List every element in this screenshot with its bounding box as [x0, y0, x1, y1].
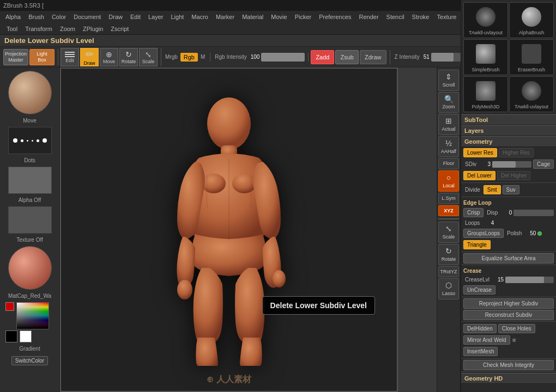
titlebar-title: ZBrush 3.5R3 [ — [3, 2, 44, 9]
menu-alpha[interactable]: Alpha — [2, 13, 24, 21]
menu-render[interactable]: Render — [356, 13, 382, 21]
zoom-button[interactable]: 🔍 Zoom — [438, 92, 459, 113]
lsym-button[interactable]: L.Sym — [438, 193, 459, 204]
menu-edit[interactable]: Edit — [127, 13, 144, 21]
menu-document[interactable]: Document — [70, 13, 104, 21]
check-mesh-integrity-button[interactable]: Check Mesh Integrity — [463, 360, 554, 370]
switch-color-button[interactable]: SwitchColor — [11, 356, 48, 365]
local-button[interactable]: ○ Local — [438, 170, 459, 192]
actual-button[interactable]: ⊞ Actual — [438, 114, 459, 135]
dot1 — [13, 138, 17, 143]
canvas-area[interactable]: Delete Lower Subdiv Level ⊕ 人人素材 — [60, 68, 398, 392]
brush-preview[interactable] — [8, 71, 52, 114]
geometry-section[interactable]: Geometry — [461, 136, 556, 147]
menu-material[interactable]: Material — [239, 13, 267, 21]
higher-res-button[interactable]: Higher Res — [499, 148, 534, 157]
cage-button[interactable]: Cage — [533, 160, 554, 169]
rgb-button[interactable]: Rgb — [180, 53, 198, 62]
menu-light2[interactable]: Light — [168, 13, 188, 21]
move-label: Move — [23, 118, 36, 124]
hue-gradient[interactable] — [16, 302, 49, 329]
triangle-row: Triangle — [461, 239, 556, 250]
uncrease-button[interactable]: UnCrease — [463, 285, 495, 295]
menu-brush[interactable]: Brush — [25, 13, 47, 21]
subtool-section[interactable]: SubTool — [461, 114, 556, 125]
menu-draw[interactable]: Draw — [105, 13, 126, 21]
rotate-button[interactable]: ↻ Rotate — [119, 48, 138, 66]
divider5 — [461, 297, 556, 297]
brush-tawkll-1[interactable]: TAwkll-uvlayout — [463, 2, 508, 38]
rgb-intensity-slider[interactable] — [261, 53, 305, 62]
del-hidden-button[interactable]: DelHidden — [463, 324, 497, 333]
gradient-label: Gradient — [19, 346, 40, 352]
close-holes-button[interactable]: Close Holes — [498, 324, 535, 333]
floor-button[interactable]: Floor — [438, 158, 459, 169]
sdiv-slider[interactable] — [492, 161, 531, 168]
menu-zoom[interactable]: Zoom — [57, 24, 78, 33]
brush-eraser[interactable]: EraserBrush — [509, 39, 554, 75]
mirror-and-weld-button[interactable]: Mirror And Weld — [463, 335, 510, 345]
crisp-button[interactable]: Crisp — [463, 208, 484, 217]
menu-movie[interactable]: Movie — [268, 13, 290, 21]
del-lower-button[interactable]: Del Lower — [463, 171, 495, 180]
crease-lvl-slider[interactable] — [505, 277, 554, 283]
menu-texture[interactable]: Texture — [433, 13, 460, 21]
del-higher-button[interactable]: Del Higher — [497, 171, 530, 180]
menu-zscript[interactable]: Zscript — [107, 24, 132, 33]
brush-tawkll-2[interactable]: TAwkll-uvlayout — [509, 76, 554, 112]
alpha-preview[interactable] — [8, 167, 52, 194]
menu-preferences[interactable]: Preferences — [316, 13, 354, 21]
geometry-hd-section[interactable]: Geometry HD — [461, 373, 556, 384]
scale-v-button[interactable]: ⤡ Scale — [438, 222, 459, 243]
menu-picker[interactable]: Picker — [292, 13, 315, 21]
menu-transform[interactable]: Transform — [22, 24, 56, 33]
reconstruct-subdiv-button[interactable]: Reconstruct Subdiv — [463, 310, 554, 320]
triangle-button[interactable]: Triangle — [463, 240, 491, 249]
draw-button[interactable]: ✏ Draw — [80, 48, 99, 66]
black-swatch[interactable] — [5, 330, 17, 342]
zdraw-button[interactable]: Zdraw — [360, 50, 386, 64]
insert-mesh-button[interactable]: InsertMesh — [463, 347, 498, 356]
divider3 — [461, 252, 556, 252]
trotyz-button[interactable]: TRotYZ — [438, 266, 459, 278]
scale-button[interactable]: ⤡ Scale — [139, 48, 158, 66]
color-picker[interactable] — [5, 302, 55, 342]
menu-tool[interactable]: Tool — [3, 24, 21, 33]
light-box-button[interactable]: Light Box — [29, 49, 55, 65]
stroke-preview[interactable] — [8, 127, 52, 154]
menu-color[interactable]: Color — [49, 13, 69, 21]
equalize-surface-area-button[interactable]: Equalize Surface Area — [463, 253, 554, 264]
lower-res-button[interactable]: Lower Res — [463, 148, 497, 157]
white-swatch[interactable] — [20, 330, 32, 342]
edit-button[interactable]: Edit — [61, 48, 79, 66]
lasso-button[interactable]: ⬡ Lasso — [438, 278, 459, 299]
svg-point-5 — [273, 270, 286, 287]
projection-master-button[interactable]: Projection Master — [3, 49, 28, 65]
matcap-preview[interactable] — [8, 246, 52, 290]
move-button[interactable]: ⊕ Move — [100, 48, 118, 66]
smt-button[interactable]: Smt — [484, 185, 501, 194]
suv-button[interactable]: Suv — [503, 185, 519, 194]
xyz-button[interactable]: XYZ — [438, 205, 459, 217]
menu-marker[interactable]: Marker — [213, 13, 238, 21]
texture-preview[interactable] — [8, 206, 52, 234]
zadd-button[interactable]: Zadd — [311, 50, 334, 64]
brush-polymesh[interactable]: PolyMesh3D — [463, 76, 508, 112]
zsub-button[interactable]: Zsub — [335, 50, 358, 64]
rotate-v-button[interactable]: ↻ Rotate — [438, 244, 459, 265]
menu-stroke[interactable]: Stroke — [409, 13, 433, 21]
menu-layer[interactable]: Layer — [145, 13, 167, 21]
menu-macro[interactable]: Macro — [188, 13, 211, 21]
svg-point-4 — [177, 280, 192, 299]
layers-section[interactable]: Layers — [461, 125, 556, 136]
foreground-color-swatch[interactable] — [5, 302, 14, 311]
menu-zplugin[interactable]: ZPlugin — [80, 24, 106, 33]
disp-slider[interactable] — [513, 210, 554, 216]
groups-loops-button[interactable]: GroupsLoops — [463, 229, 504, 238]
brush-alpha[interactable]: AlphaBrush — [509, 2, 554, 38]
brush-simple[interactable]: SimpleBrush — [463, 39, 508, 75]
scroll-button[interactable]: ⇕ Scroll — [438, 70, 459, 91]
menu-stencil[interactable]: Stencil — [383, 13, 408, 21]
reproject-higher-subdiv-button[interactable]: Reproject Higher Subdiv — [463, 298, 554, 309]
aahalf-button[interactable]: ½ AAHalf — [438, 136, 459, 157]
